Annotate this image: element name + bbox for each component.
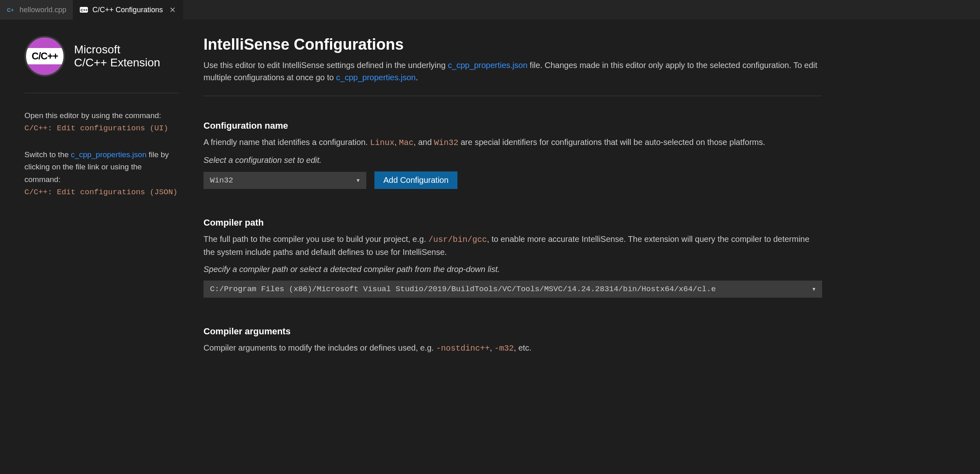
properties-json-link[interactable]: c_cpp_properties.json	[336, 73, 416, 82]
section-description: Compiler arguments to modify the include…	[203, 342, 822, 355]
section-title: Compiler arguments	[203, 326, 822, 337]
config-select[interactable]: Win32	[203, 172, 366, 189]
config-select-wrapper: Win32 ▼	[203, 172, 366, 189]
open-editor-hint: Open this editor by using the command: C…	[24, 110, 179, 135]
branding-subtitle: C/C++ Extension	[74, 56, 160, 69]
section-hint: Specify a compiler path or select a dete…	[203, 265, 822, 274]
page-description: Use this editor to edit IntelliSense set…	[203, 59, 822, 83]
switch-file-hint: Switch to the c_cpp_properties.json file…	[24, 149, 179, 199]
hint-text: Open this editor by using the command:	[24, 111, 161, 120]
section-description: A friendly name that identifies a config…	[203, 136, 822, 149]
branding-text: Microsoft C/C++ Extension	[74, 43, 160, 69]
tab-label: C/C++ Configurations	[92, 6, 163, 14]
page-title: IntelliSense Configurations	[203, 36, 822, 53]
config-name-form-row: Win32 ▼ Add Configuration	[203, 171, 822, 189]
tab-label: helloworld.cpp	[20, 6, 66, 14]
command-text: C/C++: Edit configurations (UI)	[24, 124, 168, 133]
logo-section: C/C++ Microsoft C/C++ Extension	[24, 36, 179, 77]
main-content: IntelliSense Configurations Use this edi…	[203, 36, 822, 458]
compiler-path-wrapper: ▼	[203, 281, 822, 298]
branding-title: Microsoft	[74, 43, 160, 56]
content-area: C/C++ Microsoft C/C++ Extension Open thi…	[0, 20, 980, 474]
section-title: Configuration name	[203, 121, 822, 131]
compiler-path-section: Compiler path The full path to the compi…	[203, 217, 822, 298]
cpp-file-icon: C+	[7, 5, 15, 14]
code-win32: Win32	[434, 138, 458, 147]
section-hint: Select a configuration set to edit.	[203, 156, 822, 165]
sidebar: C/C++ Microsoft C/C++ Extension Open thi…	[24, 36, 179, 458]
tab-configurations[interactable]: C++ C/C++ Configurations	[73, 0, 183, 20]
section-title: Compiler path	[203, 217, 822, 228]
tab-helloworld[interactable]: C+ helloworld.cpp	[0, 0, 73, 20]
close-icon[interactable]	[168, 6, 177, 14]
compiler-args-section: Compiler arguments Compiler arguments to…	[203, 326, 822, 355]
sidebar-divider	[24, 93, 179, 93]
properties-json-link[interactable]: c_cpp_properties.json	[71, 150, 147, 159]
code-m32: -m32	[494, 344, 514, 353]
code-linux: Linux	[370, 138, 394, 147]
code-mac: Mac	[399, 138, 413, 147]
command-text: C/C++: Edit configurations (JSON)	[24, 188, 177, 197]
properties-json-link[interactable]: c_cpp_properties.json	[448, 61, 527, 70]
compiler-path-input[interactable]	[203, 281, 822, 298]
svg-text:C++: C++	[81, 8, 88, 12]
logo-text: C/C++	[32, 50, 58, 62]
code-nostdinc: -nostdinc++	[436, 344, 490, 353]
extension-logo: C/C++	[24, 36, 65, 77]
config-name-section: Configuration name A friendly name that …	[203, 121, 822, 189]
main-divider	[203, 96, 822, 96]
code-gcc-path: /usr/bin/gcc	[429, 235, 487, 244]
add-configuration-button[interactable]: Add Configuration	[374, 171, 457, 189]
config-file-icon: C++	[79, 5, 88, 14]
svg-text:C+: C+	[7, 7, 14, 13]
section-description: The full path to the compiler you use to…	[203, 233, 822, 258]
switch-text-prefix: Switch to the	[24, 150, 71, 159]
tab-bar: C+ helloworld.cpp C++ C/C++ Configuratio…	[0, 0, 980, 20]
